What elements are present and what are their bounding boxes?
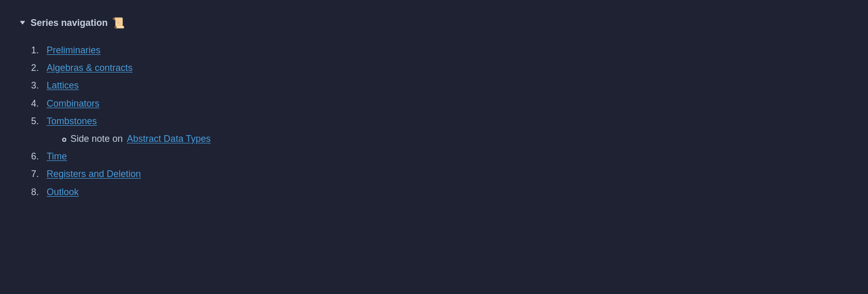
sub-bullet-icon <box>62 138 66 142</box>
item-number: 4. <box>31 95 44 112</box>
nav-list-item: 2.Algebras & contracts <box>31 59 847 77</box>
item-number: 8. <box>31 183 44 201</box>
nav-list-item: 8.Outlook <box>31 183 847 201</box>
nav-link[interactable]: Outlook <box>47 183 79 201</box>
item-number: 2. <box>31 59 44 77</box>
item-number: 5. <box>31 112 44 130</box>
collapse-triangle-icon <box>20 21 25 25</box>
nav-list-item: 7.Registers and Deletion <box>31 165 847 183</box>
nav-link[interactable]: Registers and Deletion <box>47 165 141 183</box>
sub-nav-link[interactable]: Abstract Data Types <box>127 130 211 148</box>
nav-list-item: 3.Lattices <box>31 77 847 94</box>
nav-link[interactable]: Algebras & contracts <box>47 59 133 77</box>
nav-link[interactable]: Time <box>47 148 67 165</box>
nav-list-item: 6.Time <box>31 148 847 165</box>
item-number: 3. <box>31 77 44 94</box>
nav-link[interactable]: Preliminaries <box>47 41 100 59</box>
sub-nav-item: Side note on Abstract Data Types <box>62 130 211 148</box>
page-container: Series navigation 📜 1.Preliminaries2.Alg… <box>0 0 868 217</box>
nav-link[interactable]: Combinators <box>47 95 99 112</box>
series-nav-title: Series navigation <box>31 18 108 28</box>
item-number: 7. <box>31 165 44 183</box>
scroll-icon: 📜 <box>112 17 125 29</box>
nav-list: 1.Preliminaries2.Algebras & contracts3.L… <box>21 41 847 201</box>
nav-list-item: 5.Tombstones <box>31 112 847 130</box>
series-nav-header: Series navigation 📜 <box>21 17 847 29</box>
sub-nav-list: Side note on Abstract Data Types <box>31 130 211 148</box>
nav-list-item: 4.Combinators <box>31 95 847 112</box>
sub-list-wrapper: Side note on Abstract Data Types <box>31 130 847 148</box>
nav-link[interactable]: Lattices <box>47 77 79 94</box>
nav-list-item: 1.Preliminaries <box>31 41 847 59</box>
item-number: 1. <box>31 41 44 59</box>
nav-link[interactable]: Tombstones <box>47 112 97 130</box>
item-number: 6. <box>31 148 44 165</box>
